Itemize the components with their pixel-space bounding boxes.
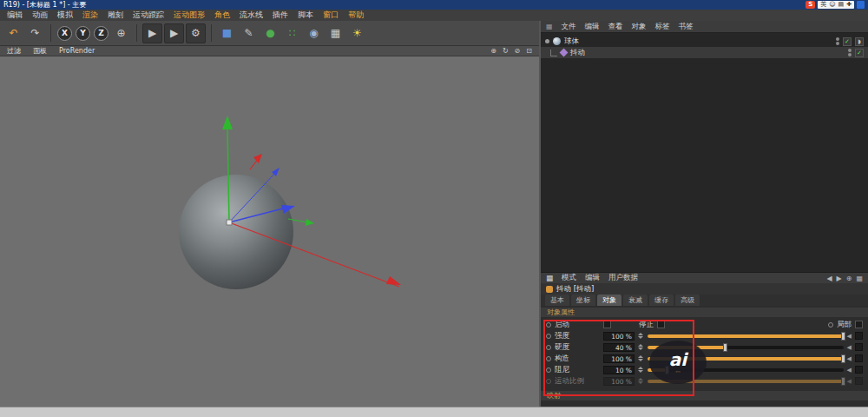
menu-pipeline[interactable]: 流水线 [240,10,263,21]
mini-field[interactable] [855,332,863,340]
slider-handle[interactable] [841,354,845,363]
tab-cache[interactable]: 缓存 [649,295,674,306]
lock-icon[interactable]: ⊕ [846,275,852,282]
y-axis-arrowhead-icon[interactable] [222,116,233,129]
x-axis-lock-button[interactable]: X [57,26,72,41]
camera-button[interactable]: ◉ [304,23,324,43]
input-method-bar[interactable]: 英 ☺ ▤ ✚ [818,1,854,9]
render-view-button[interactable]: ▶ [142,23,162,43]
tab-advanced[interactable]: 高级 [675,295,700,306]
slider-track[interactable] [648,334,844,338]
panel-grid-icon[interactable]: ▦ [546,274,553,282]
redo-button[interactable]: ↷ [25,23,45,43]
spline-pen-button[interactable]: ✎ [239,23,259,43]
om-menu-view[interactable]: 查看 [608,22,623,32]
menu-help[interactable]: 帮助 [348,10,364,21]
stop-checkbox[interactable] [657,321,665,328]
value-spinner[interactable] [638,344,644,350]
value-field[interactable]: 40 % [603,343,635,352]
collapse-arrow-icon[interactable]: ◀ [847,367,852,374]
om-menu-tags[interactable]: 标签 [655,22,670,32]
viewport-menu-filter[interactable]: 过滤 [7,46,21,56]
menu-edit[interactable]: 编辑 [7,10,23,21]
mini-field[interactable] [855,354,863,362]
keyboard-icon[interactable]: ▤ [838,1,845,9]
rotate-view-icon[interactable]: ↻ [503,47,509,55]
menu-render[interactable]: 渲染 [82,10,98,21]
x-axis-arrowhead-icon[interactable] [386,276,401,285]
emoji-icon[interactable]: ☺ [829,1,835,9]
new-material-button[interactable]: ● [260,23,280,43]
om-menu-bookmarks[interactable]: 书签 [679,22,694,32]
value-spinner[interactable] [638,355,644,361]
keyframe-dot[interactable] [546,356,551,361]
viewport-menu-panel[interactable]: 面板 [33,46,47,56]
z-plane-handle[interactable] [229,173,275,222]
collapse-arrow-icon[interactable]: ◀ [847,355,852,362]
sogou-logo-icon[interactable]: S [806,1,815,9]
input-language-icon[interactable]: 英 [820,1,826,9]
mini-field[interactable] [855,366,863,374]
menu-simulate[interactable]: 模拟 [57,10,73,21]
value-field[interactable]: 10 % [603,366,635,374]
enabled-check-icon[interactable]: ✓ [855,49,864,57]
history-forward-icon[interactable]: ▶ [837,275,842,282]
visibility-dots[interactable] [836,37,839,45]
undo-button[interactable]: ↶ [3,23,23,43]
x-rotation-arrowhead-icon[interactable] [253,154,262,163]
collapse-arrow-icon[interactable]: ◀ [847,344,852,351]
slider-handle[interactable] [841,332,845,341]
object-row-jiggle[interactable]: 抖动 ✓ [541,47,868,58]
menu-animate[interactable]: 动画 [32,10,48,21]
om-menu-edit[interactable]: 编辑 [585,22,600,32]
phong-tag-icon[interactable]: ◗ [855,37,864,46]
add-cube-button[interactable]: ■ [217,23,237,43]
mini-field[interactable] [855,343,863,351]
display-mode-button[interactable]: ▦ [326,23,345,43]
collapse-arrow-icon[interactable]: ◀ [847,333,852,340]
viewport-3d[interactable] [0,56,539,407]
coordinate-system-button[interactable]: ⊕ [111,23,131,43]
enabled-check-icon[interactable]: ✓ [843,37,852,46]
z-axis-lock-button[interactable]: Z [94,26,108,41]
menu-window[interactable]: 窗口 [323,10,339,21]
slider-handle[interactable] [723,343,727,352]
enable-checkbox[interactable] [603,321,611,328]
keyframe-dot[interactable] [546,345,551,350]
expand-icon[interactable] [545,39,549,43]
y-axis-arrow[interactable] [227,128,229,222]
visibility-dots[interactable] [848,49,852,56]
menu-plugins[interactable]: 插件 [273,10,288,21]
tab-basic[interactable]: 基本 [545,295,569,306]
tab-falloff[interactable]: 衰减 [623,295,648,306]
toolbox-icon[interactable]: ✚ [846,1,852,9]
y-plane-arrowhead-icon[interactable] [306,219,314,226]
value-field[interactable]: 100 % [603,354,635,363]
attr-menu-userdata[interactable]: 用户数据 [608,273,638,283]
value-spinner[interactable] [638,367,644,373]
viewport-menu-prorender[interactable]: ProRender [59,47,95,55]
value-field[interactable]: 100 % [603,332,635,341]
tray-app-icon[interactable] [857,1,865,9]
attr-menu-mode[interactable]: 模式 [562,273,576,283]
render-settings-button[interactable]: ⚙ [186,23,206,43]
om-menu-file[interactable]: 文件 [562,22,576,32]
y-axis-lock-button[interactable]: Y [76,26,90,41]
section-header-mapping[interactable]: 映射 [541,391,868,400]
y-plane-handle[interactable] [288,219,307,222]
section-header[interactable]: 对象属性 [541,308,868,317]
zoom-view-icon[interactable]: ⊘ [515,47,521,55]
z-axis-arrow[interactable] [229,208,283,222]
menu-script[interactable]: 脚本 [298,10,313,21]
object-row-sphere[interactable]: 球体 ✓ ◗ [541,36,868,47]
render-picture-viewer-button[interactable]: ▶ [164,23,184,43]
history-back-icon[interactable]: ◀ [826,275,832,282]
menu-motion-tracker[interactable]: 运动跟踪 [133,10,164,21]
menu-character[interactable]: 角色 [214,10,230,21]
tab-coord[interactable]: 坐标 [571,295,595,306]
menu-sculpt[interactable]: 雕刻 [108,10,123,21]
mograph-button[interactable]: ∷ [282,23,302,43]
pan-view-icon[interactable]: ⊕ [490,47,496,55]
keyframe-dot[interactable] [546,322,551,328]
attr-menu-edit[interactable]: 编辑 [585,273,600,283]
